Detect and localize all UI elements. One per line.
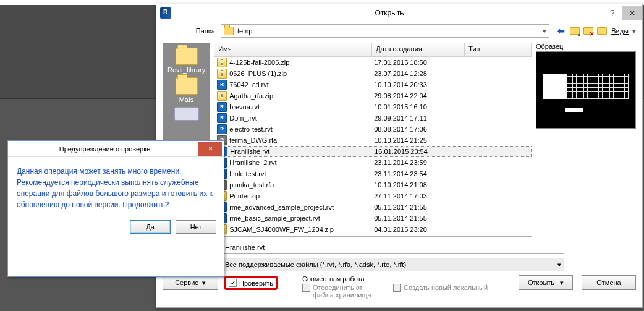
current-folder-name: temp (237, 27, 252, 35)
place-label: Revit_library (163, 66, 210, 74)
filetype-dropdown[interactable]: Все поддерживаемые файлы (*.rvt, *.rfa, … (222, 258, 564, 271)
file-date: 23.07.2014 12:28 (374, 70, 467, 77)
file-row[interactable]: rme_basic_sample_project.rvt05.11.2014 2… (214, 213, 532, 224)
file-list[interactable]: 4-125b-fall-2005.zip17.01.2015 18:500626… (214, 57, 532, 237)
file-name: Printer.zip (229, 192, 374, 200)
file-name: planka_test.rfa (229, 181, 374, 189)
checkbox-icon (393, 284, 401, 292)
file-date: 16.01.2015 23:54 (375, 148, 467, 155)
warning-titlebar[interactable]: Предупреждение о проверке ✕ (8, 141, 224, 157)
rvt-file-icon (217, 124, 227, 134)
detach-checkbox[interactable]: Отсоединить от файла хранилища (302, 284, 381, 299)
filename-input[interactable] (222, 241, 564, 254)
file-row[interactable]: 4-125b-fall-2005.zip17.01.2015 18:50 (214, 57, 532, 68)
file-date: 23.11.2014 23:59 (374, 159, 467, 166)
warning-title: Предупреждение о проверке (13, 145, 197, 153)
folder-icon (176, 48, 198, 65)
file-date: 10.10.2014 21:08 (374, 181, 467, 189)
file-row[interactable]: electro-test.rvt08.08.2014 17:06 (214, 124, 532, 135)
close-button[interactable]: ✕ (622, 6, 642, 20)
checkbox-icon (229, 279, 237, 287)
warning-dialog: Предупреждение о проверке ✕ Данная опера… (7, 140, 224, 277)
device-icon (174, 107, 199, 121)
verify-checkbox[interactable]: Проверить (229, 279, 273, 287)
yes-button[interactable]: Да (130, 220, 171, 234)
file-date: 04.01.2015 23:20 (374, 226, 467, 233)
delete-folder-button[interactable] (583, 25, 594, 36)
file-name: brevna.rvt (229, 103, 374, 111)
new-folder-button[interactable] (596, 25, 608, 36)
folder-new-icon (597, 27, 607, 35)
verify-highlight: Проверить (224, 276, 278, 290)
preview-thumbnail (536, 51, 636, 129)
file-name: rme_basic_sample_project.rvt (229, 215, 374, 222)
places-item[interactable]: Mats (163, 75, 210, 103)
chevron-down-icon: ▾ (557, 261, 561, 269)
up-folder-button[interactable] (569, 25, 580, 36)
file-date: 05.11.2014 21:55 (374, 203, 467, 211)
back-button[interactable]: ⬅ (556, 25, 567, 36)
file-date: 10.01.2015 16:10 (374, 103, 467, 111)
rvt-file-icon (217, 102, 227, 112)
file-row[interactable]: Hranilishe_2.rvt23.11.2014 23:59 (214, 157, 532, 168)
cancel-button[interactable]: Отмена (582, 275, 636, 290)
zip-file-icon (217, 69, 227, 79)
file-row[interactable]: 76042_cd.rvt10.10.2014 20:33 (214, 79, 532, 90)
file-row[interactable]: SJCAM_SJ4000WF_FW_1204.zip04.01.2015 23:… (214, 224, 532, 235)
help-button[interactable]: ? (603, 6, 622, 20)
file-name: Agatha_rfa.zip (229, 92, 374, 100)
file-date: 10.10.2014 21:25 (374, 137, 467, 144)
service-button[interactable]: Сервис ▾ (163, 275, 218, 290)
file-row[interactable]: Link_test.rvt23.11.2014 23:54 (214, 168, 532, 179)
file-name: rme_advanced_sample_project.rvt (229, 203, 374, 211)
file-name: SJCAM_SJ4000WF_FW_1204.zip (229, 226, 374, 233)
revit-app-icon (160, 7, 171, 19)
file-row[interactable]: ferma_DWG.rfa10.10.2014 21:25 (214, 135, 532, 146)
close-icon: ✕ (208, 145, 213, 153)
arrow-left-icon: ⬅ (557, 26, 565, 36)
place-label: Mats (163, 96, 210, 103)
chevron-down-icon: ▾ (556, 279, 564, 287)
file-row[interactable]: 0626_PLUS (1).zip23.07.2014 12:28 (214, 68, 532, 79)
column-name[interactable]: Имя (214, 43, 372, 56)
open-button[interactable]: Открыть ▾ (519, 275, 573, 290)
views-dropdown[interactable]: Виды (610, 27, 630, 35)
file-date: 17.01.2015 18:50 (374, 59, 467, 66)
file-name: Dom_.rvt (229, 114, 374, 122)
places-item[interactable] (163, 104, 210, 121)
file-row[interactable]: Hranilishe.rvt16.01.2015 23:54 (214, 146, 532, 157)
rvt-file-icon (217, 113, 227, 123)
chevron-down-icon: ▾ (543, 27, 546, 35)
new-local-checkbox[interactable]: Создать новый локальный (393, 284, 488, 292)
file-name: ferma_DWG.rfa (229, 137, 374, 144)
places-item[interactable]: Revit_library (163, 45, 210, 74)
file-row[interactable]: brevna.rvt10.01.2015 16:10 (214, 101, 532, 113)
file-name: Link_test.rvt (229, 170, 374, 177)
file-name: 0626_PLUS (1).zip (229, 70, 374, 77)
column-date[interactable]: Дата создания (372, 43, 465, 56)
close-button[interactable]: ✕ (198, 142, 222, 156)
folder-dropdown[interactable]: temp ▾ (221, 24, 549, 38)
file-date: 27.11.2014 17:03 (374, 192, 467, 200)
file-row[interactable]: Printer.zip27.11.2014 17:03 (214, 190, 532, 202)
file-row[interactable]: Agatha_rfa.zip29.08.2014 22:04 (214, 90, 532, 101)
file-row[interactable]: planka_test.rfa10.10.2014 21:08 (214, 179, 532, 190)
no-button[interactable]: Нет (176, 220, 216, 234)
file-list-header: Имя Дата создания Тип (214, 43, 532, 57)
file-date: 29.09.2014 17:11 (374, 114, 467, 122)
column-type[interactable]: Тип (465, 43, 532, 56)
file-row[interactable]: Dom_.rvt29.09.2014 17:11 (214, 113, 532, 124)
file-name: 76042_cd.rvt (229, 81, 374, 88)
file-name: Hranilishe_2.rvt (229, 159, 374, 166)
zip-file-icon (217, 91, 227, 101)
rvt-file-icon (217, 80, 227, 90)
folder-label: Папка: (163, 27, 217, 35)
folder-up-icon (570, 27, 580, 35)
open-dialog-titlebar[interactable]: Открыть ? ✕ (156, 4, 642, 22)
file-row[interactable]: rme_advanced_sample_project.rvt05.11.201… (214, 202, 532, 213)
file-date: 10.10.2014 20:33 (374, 81, 467, 88)
open-dialog: Открыть ? ✕ Папка: temp ▾ ⬅ Виды ▾ Revi (156, 4, 643, 308)
folder-icon (224, 27, 234, 35)
warning-message: Данная операция может занять много време… (8, 157, 224, 215)
file-date: 23.11.2014 23:54 (374, 170, 467, 177)
